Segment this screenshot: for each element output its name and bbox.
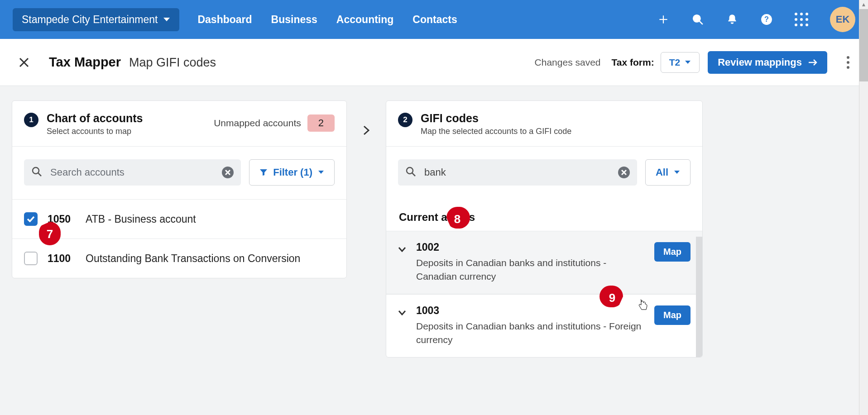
tax-form-select[interactable]: T2 (661, 52, 700, 73)
add-icon[interactable] (657, 13, 670, 26)
filter-icon (259, 169, 268, 176)
caret-down-icon (685, 60, 691, 65)
nav-dashboard[interactable]: Dashboard (197, 14, 252, 26)
all-filter-button[interactable]: All (645, 159, 691, 186)
chevron-right-icon (354, 115, 379, 139)
caret-down-icon (674, 170, 680, 175)
callout-7: 7 (35, 218, 64, 247)
bell-icon[interactable] (726, 13, 739, 26)
chevron-down-icon[interactable] (398, 246, 406, 251)
panel-header: 2 GIFI codes Map the selected accounts t… (386, 101, 702, 147)
gifi-desc: Deposits in Canadian banks and instituti… (416, 320, 644, 347)
panel-titles: GIFI codes Map the selected accounts to … (421, 112, 571, 136)
cursor-pointer-icon (638, 300, 648, 311)
search-icon (31, 166, 42, 179)
step-badge: 1 (24, 113, 38, 127)
search-gifi[interactable] (398, 159, 637, 186)
topbar-icons: ? EK (657, 7, 855, 32)
search-input[interactable] (50, 167, 214, 178)
review-label: Review mappings (718, 57, 802, 68)
kebab-menu-icon[interactable] (842, 54, 854, 71)
avatar-initials: EK (836, 14, 850, 25)
nav-contacts[interactable]: Contacts (412, 14, 457, 26)
chevron-down-icon[interactable] (398, 309, 406, 315)
search-input[interactable] (424, 167, 610, 178)
step-badge: 2 (398, 113, 412, 127)
unmapped-label: Unmapped accounts (214, 118, 301, 129)
page-title-wrap: Tax Mapper Map GIFI codes (49, 55, 216, 70)
search-icon[interactable] (691, 13, 704, 26)
caret-down-icon (318, 170, 324, 175)
panel-header: 1 Chart of accounts Select accounts to m… (12, 101, 346, 147)
panel-subtitle: Select accounts to map (47, 127, 143, 136)
filter-label: Filter (1) (273, 167, 312, 178)
page-subtitle: Map GIFI codes (129, 56, 216, 70)
panel-titles: Chart of accounts Select accounts to map (47, 112, 143, 136)
panel-title: GIFI codes (421, 112, 571, 125)
clear-icon[interactable] (618, 167, 630, 178)
avatar[interactable]: EK (830, 7, 855, 32)
gifi-row[interactable]: 1003 Deposits in Canadian banks and inst… (386, 294, 702, 357)
scroll-up-icon[interactable]: ▲ (859, 0, 868, 9)
top-nav: Stampede City Entertainment Dashboard Bu… (0, 0, 868, 39)
main: 1 Chart of accounts Select accounts to m… (0, 86, 868, 358)
org-selector[interactable]: Stampede City Entertainment (13, 8, 179, 31)
page-title: Tax Mapper (49, 55, 121, 70)
gifi-codes-panel: 2 GIFI codes Map the selected accounts t… (386, 100, 703, 358)
nav-business[interactable]: Business (271, 14, 317, 26)
account-code: 1100 (48, 253, 76, 265)
account-name: ATB - Business account (86, 213, 196, 225)
close-icon[interactable] (19, 57, 29, 67)
checkbox[interactable] (24, 252, 38, 265)
nav-links: Dashboard Business Accounting Contacts (197, 14, 457, 26)
panel-title: Chart of accounts (47, 112, 143, 125)
svg-line-12 (412, 173, 415, 176)
unmapped-wrap: Unmapped accounts 2 (214, 114, 335, 132)
section-label: Current assets (386, 199, 702, 231)
app-launcher-icon[interactable] (795, 13, 808, 26)
gifi-row[interactable]: 1002 Deposits in Canadian banks and inst… (386, 231, 702, 294)
nav-accounting[interactable]: Accounting (336, 14, 394, 26)
help-icon[interactable]: ? (760, 13, 773, 26)
callout-9: 9 (598, 282, 627, 311)
svg-point-7 (33, 167, 39, 174)
map-button[interactable]: Map (654, 305, 691, 325)
gifi-desc: Deposits in Canadian banks and instituti… (416, 256, 644, 284)
clear-icon[interactable] (222, 167, 234, 178)
panel-subtitle: Map the selected accounts to a GIFI code (421, 127, 571, 136)
subheader: Tax Mapper Map GIFI codes Changes saved … (0, 39, 868, 86)
controls-row: Filter (1) (12, 147, 346, 199)
controls-row: All (386, 147, 702, 199)
filter-button[interactable]: Filter (1) (249, 159, 335, 186)
tax-form-value: T2 (669, 57, 681, 68)
svg-line-1 (699, 21, 703, 24)
map-button[interactable]: Map (654, 242, 691, 262)
scroll-thumb[interactable] (859, 9, 868, 81)
arrow-right-icon (808, 59, 817, 66)
gifi-text: 1002 Deposits in Canadian banks and inst… (416, 241, 644, 284)
svg-point-0 (693, 15, 700, 22)
svg-text:?: ? (764, 15, 769, 23)
account-name: Outstanding Bank Transactions on Convers… (86, 253, 300, 265)
caret-down-icon (163, 17, 170, 22)
callout-8: 8 (443, 203, 472, 232)
svg-point-11 (407, 167, 413, 174)
all-label: All (656, 167, 668, 178)
chart-of-accounts-panel: 1 Chart of accounts Select accounts to m… (12, 100, 347, 278)
search-icon (405, 166, 416, 179)
search-accounts[interactable] (24, 159, 241, 186)
unmapped-count-badge: 2 (307, 114, 335, 132)
scrollbar[interactable]: ▲ (859, 0, 868, 415)
svg-line-8 (38, 173, 41, 176)
gifi-code: 1002 (416, 241, 644, 253)
review-mappings-button[interactable]: Review mappings (708, 51, 827, 74)
tax-form-label: Tax form: (612, 57, 654, 68)
changes-saved: Changes saved (535, 57, 601, 68)
org-name: Stampede City Entertainment (22, 14, 158, 26)
